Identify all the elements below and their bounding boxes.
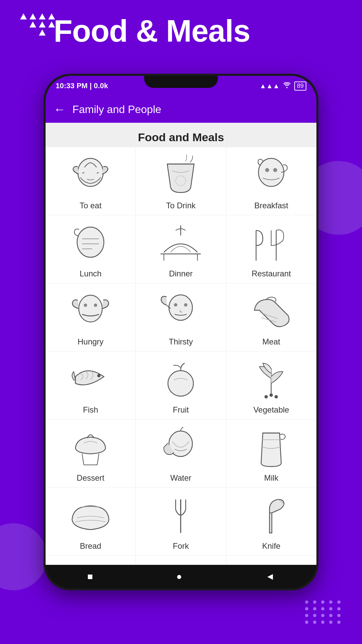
phone-notch bbox=[144, 76, 218, 88]
sign-item-bowl[interactable]: Bowl bbox=[226, 556, 316, 565]
svg-point-15 bbox=[269, 393, 273, 397]
sign-item-milk[interactable]: Milk bbox=[226, 420, 316, 488]
sign-drawing-to-eat bbox=[64, 154, 117, 198]
sign-label: Breakfast bbox=[254, 201, 288, 210]
app-bar: ← Family and People bbox=[46, 96, 316, 123]
sign-item-spoon[interactable]: Spoon bbox=[46, 556, 136, 565]
section-title: Food and Meals bbox=[46, 123, 316, 147]
nav-back-button[interactable]: ◄ bbox=[265, 571, 275, 582]
sign-label: To eat bbox=[79, 201, 101, 210]
sign-item-fruit[interactable]: Fruit bbox=[136, 352, 226, 420]
sign-item-lunch[interactable]: Lunch bbox=[46, 215, 136, 283]
sign-item-fork[interactable]: Fork bbox=[136, 488, 226, 556]
wifi-icon bbox=[283, 82, 291, 90]
sign-item-to-eat[interactable]: To eat bbox=[46, 147, 136, 215]
svg-point-14 bbox=[168, 371, 193, 396]
sign-drawing-water bbox=[154, 426, 207, 470]
sign-drawing-to-drink bbox=[154, 154, 207, 198]
sign-item-to-drink[interactable]: To Drink bbox=[136, 147, 226, 215]
sign-label: Dinner bbox=[169, 269, 193, 278]
sign-item-bread[interactable]: Bread bbox=[46, 488, 136, 556]
sign-label: Meat bbox=[262, 337, 280, 346]
status-icons: ▲▲▲ 89 bbox=[260, 82, 306, 91]
sign-drawing-knife bbox=[244, 494, 298, 538]
sign-label: Restaurant bbox=[252, 269, 291, 278]
bg-circle-left bbox=[0, 523, 47, 590]
svg-point-13 bbox=[97, 374, 101, 377]
triangle-logo bbox=[20, 13, 56, 36]
sign-label: Bread bbox=[80, 541, 101, 551]
sign-label: Dessert bbox=[77, 473, 105, 483]
svg-point-8 bbox=[84, 304, 87, 307]
sign-item-meat[interactable]: Meat bbox=[226, 283, 316, 352]
sign-item-restaurant[interactable]: Restaurant bbox=[226, 215, 316, 283]
svg-point-5 bbox=[77, 227, 104, 257]
nav-square-button[interactable]: ■ bbox=[87, 571, 93, 582]
sign-label: Thirsty bbox=[169, 337, 193, 346]
signs-grid: To eat To Drink Breakfast Lunch Dinner R… bbox=[46, 147, 316, 565]
svg-point-4 bbox=[273, 168, 277, 172]
status-time: 10:33 PM | 0.0k bbox=[56, 82, 108, 90]
signal-icon: ▲▲▲ bbox=[260, 82, 280, 90]
sign-item-breakfast[interactable]: Breakfast bbox=[226, 147, 316, 215]
sign-label: Hungry bbox=[77, 337, 103, 346]
sign-item-knife[interactable]: Knife bbox=[226, 488, 316, 556]
sign-drawing-bowl bbox=[244, 562, 298, 565]
svg-point-7 bbox=[79, 295, 102, 322]
sign-label: To Drink bbox=[166, 201, 195, 210]
sign-item-cup[interactable]: Cup bbox=[136, 556, 226, 565]
sign-label: Vegetable bbox=[253, 405, 289, 415]
sign-drawing-fork bbox=[154, 494, 207, 538]
sign-label: Fish bbox=[83, 405, 98, 415]
svg-point-3 bbox=[265, 168, 269, 172]
sign-drawing-hungry bbox=[64, 290, 117, 334]
phone-inner: 10:33 PM | 0.0k ▲▲▲ 89 ← Family and Peop… bbox=[46, 76, 316, 588]
sign-label: Fruit bbox=[173, 405, 189, 415]
sign-label: Lunch bbox=[79, 269, 101, 278]
sign-drawing-fruit bbox=[154, 358, 207, 402]
page-title: Food & Meals bbox=[54, 13, 250, 49]
sign-drawing-dessert bbox=[64, 426, 117, 470]
sign-item-water[interactable]: Water bbox=[136, 420, 226, 488]
sign-item-dessert[interactable]: Dessert bbox=[46, 420, 136, 488]
phone-frame: 10:33 PM | 0.0k ▲▲▲ 89 ← Family and Peop… bbox=[44, 74, 318, 590]
sign-drawing-meat bbox=[244, 290, 298, 334]
sign-label: Fork bbox=[173, 541, 189, 551]
app-bar-title: Family and People bbox=[72, 103, 161, 116]
sign-drawing-fish bbox=[64, 358, 117, 402]
svg-point-9 bbox=[94, 304, 97, 307]
sign-drawing-cup bbox=[154, 562, 207, 565]
sign-item-vegetable[interactable]: Vegetable bbox=[226, 352, 316, 420]
sign-drawing-lunch bbox=[64, 222, 117, 266]
sign-item-fish[interactable]: Fish bbox=[46, 352, 136, 420]
sign-drawing-dinner bbox=[154, 222, 207, 266]
sign-drawing-vegetable bbox=[244, 358, 298, 402]
sign-drawing-bread bbox=[64, 494, 117, 538]
nav-home-button[interactable]: ● bbox=[176, 571, 182, 582]
sign-label: Water bbox=[170, 473, 191, 483]
sign-drawing-milk bbox=[244, 426, 298, 470]
sign-drawing-spoon bbox=[64, 562, 117, 565]
sign-item-thirsty[interactable]: Thirsty bbox=[136, 283, 226, 352]
svg-point-11 bbox=[174, 303, 177, 307]
svg-point-12 bbox=[184, 303, 187, 307]
svg-point-16 bbox=[264, 395, 268, 398]
svg-point-17 bbox=[275, 395, 278, 398]
sign-drawing-restaurant bbox=[244, 222, 298, 266]
sign-label: Milk bbox=[264, 473, 279, 483]
bottom-navigation: ■ ● ◄ bbox=[46, 565, 316, 588]
sign-label: Knife bbox=[262, 541, 281, 551]
sign-drawing-breakfast bbox=[244, 154, 298, 198]
sign-item-dinner[interactable]: Dinner bbox=[136, 215, 226, 283]
svg-point-10 bbox=[169, 295, 192, 320]
sign-drawing-thirsty bbox=[154, 290, 207, 334]
battery-icon: 89 bbox=[294, 82, 306, 91]
sign-item-hungry[interactable]: Hungry bbox=[46, 283, 136, 352]
dot-grid-decoration bbox=[305, 600, 342, 624]
content-area: Food and Meals To eat To Drink Breakfast… bbox=[46, 123, 316, 565]
svg-point-2 bbox=[258, 158, 284, 186]
back-button[interactable]: ← bbox=[54, 102, 66, 116]
